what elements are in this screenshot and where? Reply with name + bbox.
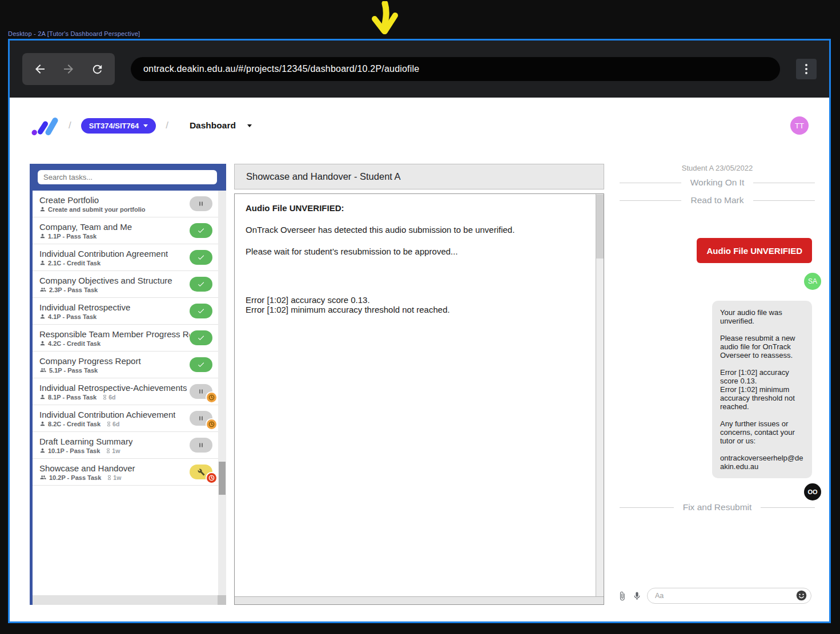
chat-panel: Student A 23/05/2022 Working On It Read … xyxy=(605,164,829,605)
task-subtitle: 10.2P - Pass Task xyxy=(49,474,101,481)
task-sidebar: Create PortfolioCreate and submit your p… xyxy=(30,164,226,605)
task-list-item[interactable]: Responsible Team Member Progress Re...4.… xyxy=(33,325,218,352)
person-icon xyxy=(39,233,46,239)
task-list-item[interactable]: Company Progress Report5.1P - Pass Task xyxy=(33,352,218,378)
task-title: Individual Retrospective xyxy=(39,302,130,312)
task-list-item[interactable]: Create PortfolioCreate and submit your p… xyxy=(33,191,218,217)
task-subtitle: 2.3P - Pass Task xyxy=(49,286,98,293)
task-status-pill[interactable] xyxy=(190,250,212,265)
panel-scrollbar[interactable] xyxy=(596,194,604,597)
status-paragraph: OnTrack Overseer has detected this audio… xyxy=(246,225,581,235)
emoji-icon[interactable] xyxy=(795,589,807,604)
task-status-pill[interactable] xyxy=(190,277,212,292)
task-subtitle: 2.1C - Credit Task xyxy=(48,260,101,266)
browser-frame: ontrack.deakin.edu.au/#/projects/12345/d… xyxy=(8,39,831,623)
person-icon xyxy=(39,313,46,320)
task-list-item[interactable]: Company Objectives and Structure2.3P - P… xyxy=(33,271,218,298)
audio-unverified-button[interactable]: Audio File UNVERIFIED xyxy=(697,238,812,263)
check-icon xyxy=(197,280,205,288)
task-subtitle: 8.2C - Credit Task xyxy=(48,421,101,427)
pause-icon xyxy=(198,415,204,422)
paperclip-icon[interactable] xyxy=(617,591,627,601)
task-list-scrollbar[interactable] xyxy=(218,191,226,595)
scrollbar-thumb[interactable] xyxy=(219,462,226,495)
scrollbar-thumb[interactable] xyxy=(596,195,604,259)
group-icon xyxy=(39,367,47,373)
back-button[interactable] xyxy=(33,62,47,76)
clock-badge-icon xyxy=(207,419,216,429)
task-status-pill[interactable] xyxy=(190,223,212,238)
task-list-hscrollbar[interactable] xyxy=(33,595,226,605)
check-icon xyxy=(197,334,205,342)
task-list-item[interactable]: Individual Contribution Achievement8.2C … xyxy=(33,405,218,432)
group-icon xyxy=(39,286,47,293)
chevron-down-icon xyxy=(247,124,252,127)
clock-badge-icon xyxy=(207,473,216,483)
person-icon xyxy=(39,340,46,346)
panel-body: Audio File UNVERIFIED: OnTrack Overseer … xyxy=(234,193,604,605)
status-paragraph: Please wait for student’s resubmission t… xyxy=(246,247,581,256)
task-list-item[interactable]: Individual Contribution Agreement2.1C - … xyxy=(33,244,218,271)
error-line: Error [1:02] accuracy score 0.13. xyxy=(246,295,581,305)
task-subtitle: 4.1P - Pass Task xyxy=(48,313,97,320)
ontrack-logo-icon[interactable] xyxy=(30,115,59,136)
task-status-pill[interactable] xyxy=(190,304,212,318)
pause-icon xyxy=(198,200,204,207)
task-list-item[interactable]: Showcase and Handover10.2P - Pass Task1w xyxy=(33,459,218,486)
task-list-item[interactable]: Individual Retrospective4.1P - Pass Task xyxy=(33,298,218,325)
task-status-pill[interactable] xyxy=(190,196,212,211)
task-subtitle: 8.1P - Pass Task xyxy=(48,394,97,401)
task-status-pill[interactable] xyxy=(190,330,212,345)
task-title: Individual Contribution Agreement xyxy=(39,249,168,259)
panel-title: Showcase and Handover - Student A xyxy=(246,171,401,182)
person-icon xyxy=(39,206,46,212)
divider-ready-to-mark: Read to Mark xyxy=(620,195,815,205)
page-content: Create PortfolioCreate and submit your p… xyxy=(10,154,829,621)
task-subtitle: 4.2C - Credit Task xyxy=(48,340,101,347)
status-heading: Audio File UNVERIFIED: xyxy=(246,203,581,213)
check-icon xyxy=(197,253,205,261)
task-title: Company Objectives and Structure xyxy=(39,276,172,285)
overseer-avatar[interactable]: OO xyxy=(804,483,821,500)
task-status-pill[interactable] xyxy=(190,438,212,453)
person-icon xyxy=(39,447,46,454)
desktop-label: Desktop - 2A [Tutor's Dashboard Perspect… xyxy=(8,30,140,37)
pause-icon xyxy=(198,442,204,449)
dashboard-dropdown[interactable]: Dashboard xyxy=(190,120,252,131)
divider-working-on-it: Working On It xyxy=(620,177,815,188)
student-avatar[interactable]: SA xyxy=(804,273,821,290)
mic-icon[interactable] xyxy=(632,591,642,601)
task-subtitle: Create and submit your portfolio xyxy=(48,206,146,213)
task-status-pill[interactable] xyxy=(190,411,212,426)
panel-hscrollbar[interactable] xyxy=(235,596,604,604)
message-input[interactable] xyxy=(647,588,811,604)
app-header: / SIT374/SIT764 / Dashboard TT xyxy=(10,98,829,154)
person-icon xyxy=(39,260,46,266)
task-duration: 6d xyxy=(106,421,119,427)
panel-header: Showcase and Handover - Student A xyxy=(234,164,604,189)
unit-dropdown[interactable]: SIT374/SIT764 xyxy=(81,118,156,134)
hourglass-icon xyxy=(106,448,111,454)
task-title: Company, Team and Me xyxy=(39,222,132,232)
task-list-item[interactable]: Draft Learning Summary10.1P - Pass Task1… xyxy=(33,432,218,459)
address-bar[interactable]: ontrack.deakin.edu.au/#/projects/12345/d… xyxy=(131,57,780,81)
tutor-avatar[interactable]: TT xyxy=(790,116,809,135)
task-status-pill[interactable] xyxy=(190,384,212,399)
task-title: Responsible Team Member Progress Re... xyxy=(39,329,190,339)
task-status-pill[interactable] xyxy=(190,357,212,372)
hourglass-icon xyxy=(106,421,111,427)
check-icon xyxy=(197,361,205,369)
kebab-menu-button[interactable] xyxy=(796,59,817,79)
forward-button[interactable] xyxy=(61,62,76,76)
task-duration: 1w xyxy=(106,447,120,454)
task-subtitle: 10.1P - Pass Task xyxy=(48,447,100,454)
search-input[interactable] xyxy=(38,170,217,184)
check-icon xyxy=(197,307,205,315)
reload-button[interactable] xyxy=(90,62,105,76)
task-list-item[interactable]: Company, Team and Me1.1P - Pass Task xyxy=(33,217,218,244)
task-status-pill[interactable] xyxy=(190,465,212,479)
task-title: Showcase and Handover xyxy=(39,463,135,473)
divider-fix-and-resubmit: Fix and Resubmit xyxy=(620,502,815,512)
task-list-item[interactable]: Individual Retrospective-Achievements8.1… xyxy=(33,378,218,405)
task-duration: 1w xyxy=(107,474,121,481)
